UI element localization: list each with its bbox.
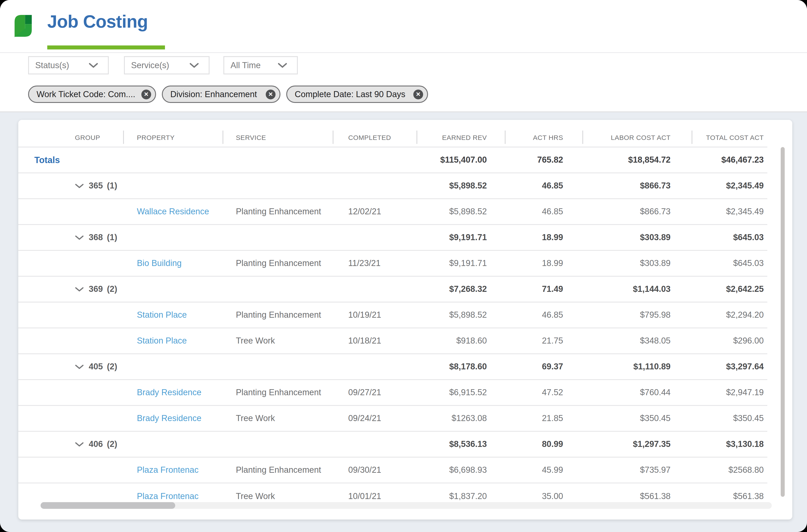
totals-label: Totals xyxy=(18,155,223,165)
cell-service: Planting Enhancement xyxy=(223,259,333,268)
cell-labor-cost-act: $303.89 xyxy=(583,259,692,268)
cell-completed: 09/27/21 xyxy=(333,388,417,397)
chevron-down-icon[interactable] xyxy=(75,442,84,447)
job-costing-table: GROUP PROPERTY SERVICE COMPLETED EARNED … xyxy=(18,128,767,509)
chip-complete-date[interactable]: Complete Date: Last 90 Days ✕ xyxy=(286,86,428,103)
cell-earned-rev: $9,191.71 xyxy=(417,259,506,268)
column-header-total-cost-act[interactable]: TOTAL COST ACT xyxy=(692,133,767,141)
cell-total-cost-act: $2,947.19 xyxy=(692,388,767,397)
cell-total-cost-act: $2,345.49 xyxy=(692,181,767,191)
cell-service: Planting Enhancement xyxy=(223,310,333,320)
cell-earned-rev: $6,915.52 xyxy=(417,388,506,397)
cell-labor-cost-act: $1,110.89 xyxy=(583,362,692,372)
filter-chips: Work Ticket Code: Com.... ✕ Division: En… xyxy=(28,86,428,103)
cell-completed: 12/02/21 xyxy=(333,207,417,216)
chip-division[interactable]: Division: Enhancement ✕ xyxy=(162,86,280,103)
cell-labor-cost-act: $1,144.03 xyxy=(583,284,692,294)
property-link[interactable]: Wallace Residence xyxy=(124,207,223,216)
service-filter-dropdown[interactable]: Service(s) xyxy=(124,56,209,74)
property-link[interactable]: Plaza Frontenac xyxy=(124,491,223,501)
totals-act-hrs: 765.82 xyxy=(506,155,583,165)
job-costing-table-card: GROUP PROPERTY SERVICE COMPLETED EARNED … xyxy=(18,120,792,519)
property-link[interactable]: Station Place xyxy=(124,336,223,346)
group-row: 405 (2) $8,178.60 69.37 $1,110.89 $3,297… xyxy=(18,354,767,380)
chevron-down-icon[interactable] xyxy=(75,364,84,369)
group-count: (2) xyxy=(107,284,117,294)
cell-act-hrs: 71.49 xyxy=(506,284,583,294)
chevron-down-icon[interactable] xyxy=(75,235,84,240)
cell-service: Planting Enhancement xyxy=(223,388,333,397)
cell-total-cost-act: $2,294.20 xyxy=(692,310,767,320)
cell-earned-rev: $5,898.52 xyxy=(417,207,506,216)
cell-earned-rev: $7,268.32 xyxy=(417,284,506,294)
property-link[interactable]: Plaza Frontenac xyxy=(124,465,223,475)
close-icon[interactable]: ✕ xyxy=(413,89,423,99)
cell-earned-rev: $1263.08 xyxy=(417,414,506,423)
group-row: 368 (1) $9,191.71 18.99 $303.89 $645.03 xyxy=(18,225,767,251)
chip-label: Complete Date: Last 90 Days xyxy=(295,89,405,99)
status-filter-dropdown[interactable]: Status(s) xyxy=(28,56,109,74)
cell-act-hrs: 18.99 xyxy=(506,259,583,268)
column-header-group[interactable]: GROUP xyxy=(18,133,124,141)
cell-earned-rev: $5,898.52 xyxy=(417,181,506,191)
chip-label: Division: Enhancement xyxy=(170,89,257,99)
cell-completed: 09/24/21 xyxy=(333,414,417,423)
cell-total-cost-act: $645.03 xyxy=(692,259,767,268)
cell-labor-cost-act: $795.98 xyxy=(583,310,692,320)
group-count: (1) xyxy=(107,181,117,191)
cell-act-hrs: 21.85 xyxy=(506,414,583,423)
cell-completed: 09/30/21 xyxy=(333,465,417,475)
cell-act-hrs: 47.52 xyxy=(506,388,583,397)
totals-earned-rev: $115,407.00 xyxy=(417,155,506,165)
cell-earned-rev: $9,191.71 xyxy=(417,233,506,242)
time-filter-dropdown[interactable]: All Time xyxy=(223,56,298,74)
chevron-down-icon[interactable] xyxy=(75,287,84,292)
group-id: 406 xyxy=(89,439,103,449)
property-link[interactable]: Brady Residence xyxy=(124,414,223,423)
column-header-labor-cost-act[interactable]: LABOR COST ACT xyxy=(583,133,692,141)
cell-earned-rev: $8,178.60 xyxy=(417,362,506,372)
cell-act-hrs: 35.00 xyxy=(506,491,583,501)
cell-labor-cost-act: $303.89 xyxy=(583,233,692,242)
column-header-completed[interactable]: COMPLETED xyxy=(333,133,417,141)
property-link[interactable]: Station Place xyxy=(124,310,223,320)
property-link[interactable]: Bio Building xyxy=(124,259,223,268)
column-header-earned-rev[interactable]: EARNED REV xyxy=(417,133,506,141)
close-icon[interactable]: ✕ xyxy=(266,89,276,99)
header-divider xyxy=(0,52,807,53)
cell-labor-cost-act: $561.38 xyxy=(583,491,692,501)
chevron-down-icon[interactable] xyxy=(75,183,84,188)
chip-work-ticket-code[interactable]: Work Ticket Code: Com.... ✕ xyxy=(28,86,156,103)
totals-row: Totals $115,407.00 765.82 $18,854.72 $46… xyxy=(18,148,767,173)
leaf-logo-icon xyxy=(13,13,33,39)
property-link[interactable]: Brady Residence xyxy=(124,388,223,397)
cell-service: Planting Enhancement xyxy=(223,207,333,216)
cell-earned-rev: $6,698.93 xyxy=(417,465,506,475)
vertical-scrollbar[interactable] xyxy=(781,147,785,497)
column-header-service[interactable]: SERVICE xyxy=(223,133,333,141)
cell-completed: 11/23/21 xyxy=(333,259,417,268)
column-header-act-hrs[interactable]: ACT HRS xyxy=(506,133,583,141)
horizontal-scrollbar-track[interactable] xyxy=(41,502,772,509)
group-row: 365 (1) $5,898.52 46.85 $866.73 $2,345.4… xyxy=(18,173,767,199)
cell-act-hrs: 69.37 xyxy=(506,362,583,372)
cell-labor-cost-act: $735.97 xyxy=(583,465,692,475)
cell-service: Tree Work xyxy=(223,336,333,346)
column-header-property[interactable]: PROPERTY xyxy=(124,133,223,141)
chevron-down-icon xyxy=(278,63,287,68)
cell-total-cost-act: $2568.80 xyxy=(692,465,767,475)
detail-row: Station Place Tree Work 10/18/21 $918.60… xyxy=(18,328,767,354)
close-icon[interactable]: ✕ xyxy=(141,89,151,99)
cell-labor-cost-act: $866.73 xyxy=(583,181,692,191)
cell-act-hrs: 45.99 xyxy=(506,465,583,475)
detail-row: Plaza Frontenac Planting Enhancement 09/… xyxy=(18,458,767,483)
cell-total-cost-act: $3,297.64 xyxy=(692,362,767,372)
cell-service: Tree Work xyxy=(223,491,333,501)
cell-total-cost-act: $645.03 xyxy=(692,233,767,242)
cell-completed: 10/01/21 xyxy=(333,491,417,501)
active-tab-indicator xyxy=(47,45,165,50)
cell-total-cost-act: $296.00 xyxy=(692,336,767,346)
horizontal-scrollbar-thumb[interactable] xyxy=(41,502,175,509)
cell-earned-rev: $8,536.13 xyxy=(417,439,506,449)
cell-labor-cost-act: $760.44 xyxy=(583,388,692,397)
